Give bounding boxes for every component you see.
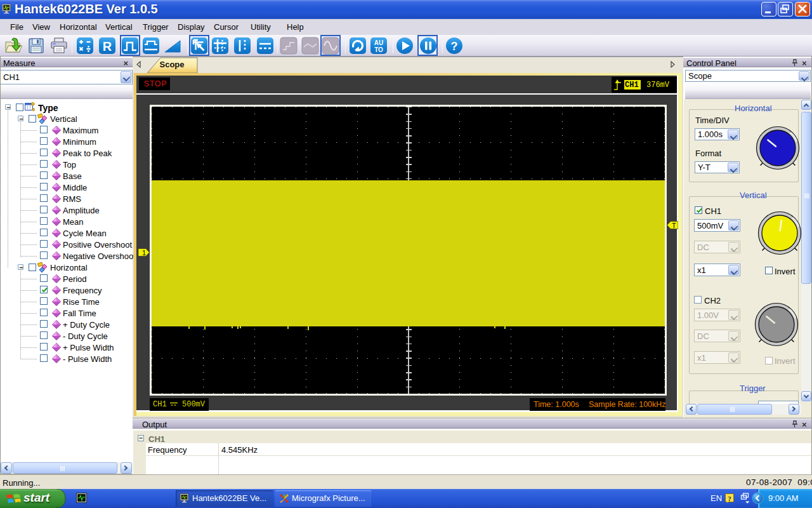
svg-text:?: ? [728,495,731,502]
svg-text:TO: TO [374,46,383,53]
svg-text:?: ? [451,40,458,53]
svg-text:R: R [103,39,112,53]
svg-text:AU: AU [374,39,383,46]
